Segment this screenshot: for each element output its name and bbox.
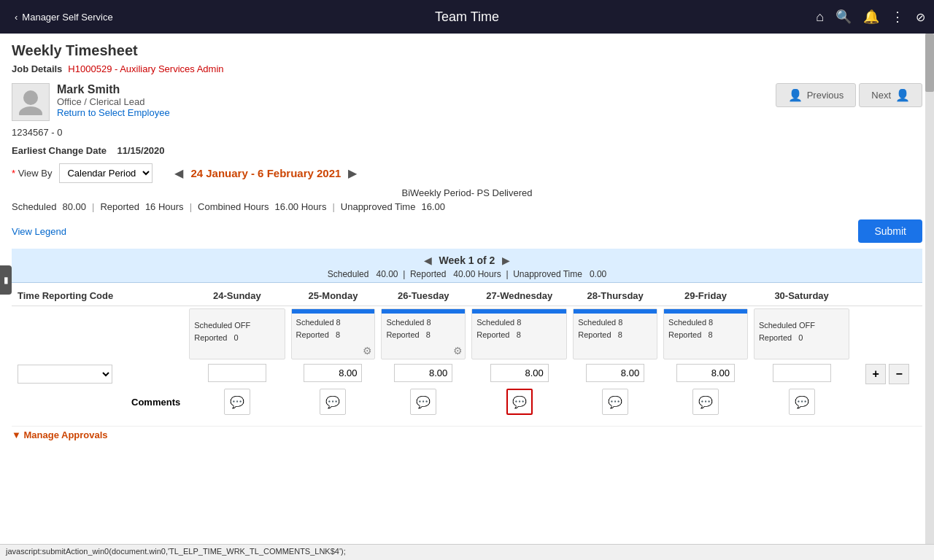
- input-cell-sat: [751, 362, 852, 386]
- week-summary: Scheduled 40.00 | Reported 40.00 Hours |…: [12, 269, 922, 279]
- remove-row-button[interactable]: −: [889, 364, 909, 384]
- col-header-tue: 26-Tuesday: [378, 286, 468, 306]
- comment-button-saturday[interactable]: 💬: [789, 389, 815, 415]
- comment-cell-mon: 💬: [288, 386, 379, 417]
- col-header-actions: [852, 286, 922, 306]
- week-unapproved-value: 0.00: [590, 269, 606, 279]
- grid-header-row: Time Reporting Code 24-Sunday 25-Monday …: [12, 286, 922, 306]
- week-scheduled-label: Scheduled: [328, 269, 369, 279]
- earliest-change-value: 11/15/2020: [117, 145, 165, 156]
- input-row: + −: [12, 362, 922, 386]
- blue-bar-tue: [382, 309, 465, 314]
- schedule-cell-wednesday: Scheduled 8Reported 8: [471, 308, 567, 359]
- cell-text-sat: Scheduled OFFReported 0: [759, 319, 844, 343]
- combined-label: Combined Hours: [198, 201, 269, 212]
- previous-label: Previous: [807, 90, 844, 101]
- blue-bar-fri: [664, 309, 747, 314]
- home-icon[interactable]: ⌂: [816, 9, 824, 25]
- hours-input-sunday[interactable]: [208, 364, 266, 382]
- view-legend-link[interactable]: View Legend: [12, 226, 66, 237]
- scheduled-value: 80.00: [62, 201, 86, 212]
- unapproved-value: 16.00: [421, 201, 445, 212]
- left-tab[interactable]: ▮: [0, 265, 12, 295]
- reported-label: Reported: [100, 201, 139, 212]
- comment-button-sunday[interactable]: 💬: [224, 389, 250, 415]
- cell-text-sun: Scheduled OFFReported 0: [194, 319, 279, 343]
- blue-bar-wed: [472, 309, 566, 314]
- back-label: Manager Self Service: [22, 12, 112, 23]
- chevron-left-icon: ‹: [15, 12, 18, 23]
- period-next-arrow[interactable]: ▶: [348, 166, 357, 180]
- employee-nav-buttons: 👤 Previous Next 👤: [776, 83, 922, 107]
- submit-button[interactable]: Submit: [858, 219, 922, 243]
- comment-button-tuesday[interactable]: 💬: [410, 389, 436, 415]
- schedule-cell-friday: Scheduled 8Reported 8: [663, 308, 748, 359]
- gear-icon-mon[interactable]: ⚙: [363, 345, 372, 357]
- hours-input-friday[interactable]: [676, 364, 735, 382]
- week-nav-bar: ◀ Week 1 of 2 ▶ Scheduled 40.00 | Report…: [12, 249, 922, 283]
- comment-icon-sunday: 💬: [230, 395, 244, 409]
- combined-value: 16.00 Hours: [275, 201, 327, 212]
- time-grid: Time Reporting Code 24-Sunday 25-Monday …: [12, 286, 922, 417]
- separator-3: |: [332, 201, 334, 212]
- view-by-select[interactable]: Calendar Period Week Day: [59, 163, 153, 183]
- manage-approvals-section: Manage Approvals: [12, 426, 922, 443]
- cell-text-fri: Scheduled 8Reported 8: [668, 316, 743, 341]
- week-nav-inner: ◀ Week 1 of 2 ▶: [12, 254, 922, 266]
- separator-2: |: [190, 201, 192, 212]
- time-reporting-code-select[interactable]: [18, 365, 112, 384]
- comment-icon-friday: 💬: [698, 395, 713, 409]
- sched-cell-thu: Scheduled 8Reported 8: [570, 306, 660, 362]
- job-details-label: Job Details: [12, 63, 62, 74]
- no-bar-sat: [759, 312, 844, 316]
- add-row-button[interactable]: +: [865, 364, 886, 384]
- schedule-cell-saturday: Scheduled OFFReported 0: [754, 308, 849, 359]
- week-title: Week 1 of 2: [439, 254, 495, 266]
- comment-cell-sun: 💬: [186, 386, 287, 417]
- bell-icon[interactable]: 🔔: [863, 9, 879, 25]
- next-button[interactable]: Next 👤: [859, 83, 922, 107]
- previous-button[interactable]: 👤 Previous: [776, 83, 857, 107]
- page-title: Team Time: [435, 9, 499, 25]
- code-select-cell: [12, 362, 186, 386]
- hours-input-wednesday[interactable]: [490, 364, 549, 382]
- circle-slash-icon[interactable]: ⊘: [916, 10, 925, 24]
- cell-text-mon: Scheduled 8Reported 8: [296, 316, 371, 341]
- reported-value: 16 Hours: [145, 201, 184, 212]
- week-scheduled-value: 40.00: [376, 269, 398, 279]
- hours-input-monday[interactable]: [304, 364, 362, 382]
- earliest-change-row: Earliest Change Date 11/15/2020: [12, 145, 922, 156]
- manage-approvals-toggle[interactable]: Manage Approvals: [12, 429, 108, 440]
- comment-button-wednesday[interactable]: 💬: [506, 389, 533, 415]
- sched-cell-wed: Scheduled 8Reported 8: [468, 306, 570, 362]
- more-icon[interactable]: ⋮: [891, 9, 904, 25]
- comments-row: Comments 💬 💬 💬: [12, 386, 922, 417]
- add-remove-cell: + −: [852, 362, 922, 386]
- no-bar-sun: [194, 312, 279, 316]
- week-prev-arrow[interactable]: ◀: [424, 254, 432, 266]
- col-header-fri: 29-Friday: [660, 286, 751, 306]
- employee-id: 1234567 - 0: [12, 127, 922, 138]
- period-nav: ◀ 24 January - 6 February 2021 ▶: [174, 166, 357, 180]
- hours-input-thursday[interactable]: [586, 364, 644, 382]
- hours-input-saturday[interactable]: [773, 364, 831, 382]
- schedule-row: Scheduled OFFReported 0 Scheduled 8Repor…: [12, 306, 922, 362]
- comment-button-thursday[interactable]: 💬: [602, 389, 628, 415]
- back-button[interactable]: ‹ Manager Self Service: [9, 9, 119, 26]
- earliest-change-label: Earliest Change Date: [12, 145, 107, 156]
- comment-icon-tuesday: 💬: [416, 395, 431, 409]
- return-to-select-employee-link[interactable]: Return to Select Employee: [57, 107, 170, 118]
- period-prev-arrow[interactable]: ◀: [174, 166, 183, 180]
- search-icon[interactable]: 🔍: [835, 9, 852, 25]
- gear-icon-tue[interactable]: ⚙: [453, 345, 463, 357]
- week-next-arrow[interactable]: ▶: [502, 254, 510, 266]
- comment-button-friday[interactable]: 💬: [692, 389, 719, 415]
- comment-cell-wed: 💬: [468, 386, 570, 417]
- comment-button-monday[interactable]: 💬: [320, 389, 346, 415]
- main-content: Weekly Timesheet Job Details H1000529 - …: [0, 34, 934, 452]
- job-details-value: H1000529 - Auxiliary Services Admin: [68, 63, 223, 74]
- hours-input-tuesday[interactable]: [394, 364, 452, 382]
- scheduled-label: Scheduled: [12, 201, 56, 212]
- comment-actions-empty: [852, 386, 922, 417]
- week-reported-label: Reported: [410, 269, 446, 279]
